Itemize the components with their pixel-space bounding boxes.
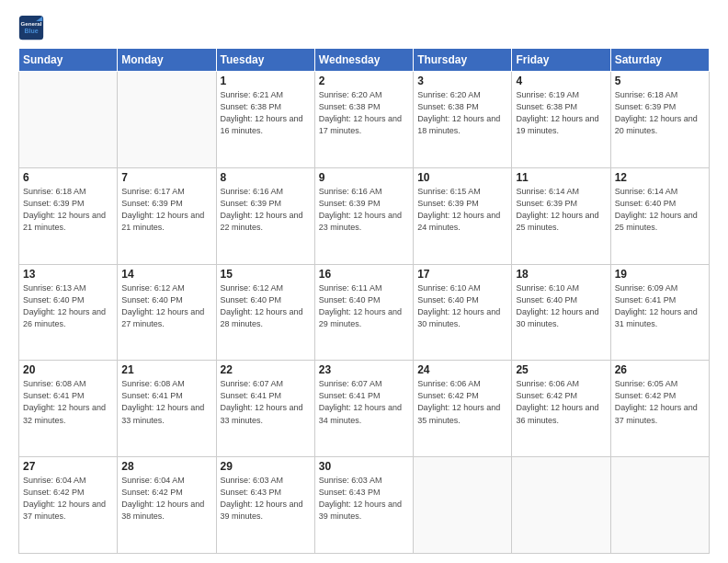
day-number: 20 xyxy=(23,363,113,376)
day-info: Sunrise: 6:03 AM Sunset: 6:43 PM Dayligh… xyxy=(319,475,409,523)
calendar-cell: 22Sunrise: 6:07 AM Sunset: 6:41 PM Dayli… xyxy=(216,361,314,457)
day-number: 30 xyxy=(319,460,409,473)
calendar-cell: 10Sunrise: 6:15 AM Sunset: 6:39 PM Dayli… xyxy=(414,167,512,264)
day-info: Sunrise: 6:16 AM Sunset: 6:39 PM Dayligh… xyxy=(319,186,409,234)
day-number: 29 xyxy=(221,460,311,473)
calendar-cell: 20Sunrise: 6:08 AM Sunset: 6:41 PM Dayli… xyxy=(19,361,118,457)
day-info: Sunrise: 6:21 AM Sunset: 6:38 PM Dayligh… xyxy=(221,89,311,137)
calendar-week-1: 1Sunrise: 6:21 AM Sunset: 6:38 PM Daylig… xyxy=(19,72,710,168)
day-info: Sunrise: 6:10 AM Sunset: 6:40 PM Dayligh… xyxy=(516,282,606,330)
day-number: 23 xyxy=(319,363,409,376)
day-info: Sunrise: 6:03 AM Sunset: 6:43 PM Dayligh… xyxy=(221,475,311,523)
calendar-cell: 14Sunrise: 6:12 AM Sunset: 6:40 PM Dayli… xyxy=(118,264,216,361)
calendar-cell: 18Sunrise: 6:10 AM Sunset: 6:40 PM Dayli… xyxy=(512,264,610,361)
calendar-week-2: 6Sunrise: 6:18 AM Sunset: 6:39 PM Daylig… xyxy=(19,167,710,264)
calendar-cell: 26Sunrise: 6:05 AM Sunset: 6:42 PM Dayli… xyxy=(610,361,709,457)
calendar-cell: 5Sunrise: 6:18 AM Sunset: 6:39 PM Daylig… xyxy=(610,72,709,168)
day-info: Sunrise: 6:06 AM Sunset: 6:42 PM Dayligh… xyxy=(516,378,606,426)
day-number: 13 xyxy=(23,268,113,281)
day-info: Sunrise: 6:04 AM Sunset: 6:42 PM Dayligh… xyxy=(121,475,211,523)
calendar-cell: 23Sunrise: 6:07 AM Sunset: 6:41 PM Dayli… xyxy=(314,361,413,457)
day-info: Sunrise: 6:06 AM Sunset: 6:42 PM Dayligh… xyxy=(417,378,507,426)
day-info: Sunrise: 6:12 AM Sunset: 6:40 PM Dayligh… xyxy=(121,282,211,330)
day-info: Sunrise: 6:19 AM Sunset: 6:38 PM Dayligh… xyxy=(516,89,606,137)
calendar-cell: 1Sunrise: 6:21 AM Sunset: 6:38 PM Daylig… xyxy=(216,72,314,168)
day-number: 26 xyxy=(615,363,705,376)
calendar-cell: 11Sunrise: 6:14 AM Sunset: 6:39 PM Dayli… xyxy=(512,167,610,264)
day-info: Sunrise: 6:18 AM Sunset: 6:39 PM Dayligh… xyxy=(615,89,705,137)
day-number: 17 xyxy=(417,268,507,281)
calendar-cell: 24Sunrise: 6:06 AM Sunset: 6:42 PM Dayli… xyxy=(414,361,512,457)
day-info: Sunrise: 6:05 AM Sunset: 6:42 PM Dayligh… xyxy=(615,378,705,426)
calendar-cell: 17Sunrise: 6:10 AM Sunset: 6:40 PM Dayli… xyxy=(414,264,512,361)
calendar-week-4: 20Sunrise: 6:08 AM Sunset: 6:41 PM Dayli… xyxy=(19,361,710,457)
day-info: Sunrise: 6:18 AM Sunset: 6:39 PM Dayligh… xyxy=(23,186,113,234)
calendar-cell: 16Sunrise: 6:11 AM Sunset: 6:40 PM Dayli… xyxy=(314,264,413,361)
day-number: 16 xyxy=(319,268,409,281)
calendar-cell: 30Sunrise: 6:03 AM Sunset: 6:43 PM Dayli… xyxy=(314,457,413,554)
day-info: Sunrise: 6:08 AM Sunset: 6:41 PM Dayligh… xyxy=(23,378,113,426)
day-number: 18 xyxy=(516,268,606,281)
svg-text:Blue: Blue xyxy=(24,28,38,34)
day-info: Sunrise: 6:17 AM Sunset: 6:39 PM Dayligh… xyxy=(121,186,211,234)
day-number: 21 xyxy=(121,363,211,376)
calendar-cell: 25Sunrise: 6:06 AM Sunset: 6:42 PM Dayli… xyxy=(512,361,610,457)
calendar-cell: 4Sunrise: 6:19 AM Sunset: 6:38 PM Daylig… xyxy=(512,72,610,168)
day-info: Sunrise: 6:10 AM Sunset: 6:40 PM Dayligh… xyxy=(417,282,507,330)
calendar-header-friday: Friday xyxy=(512,49,610,72)
day-number: 27 xyxy=(23,460,113,473)
calendar-cell xyxy=(512,457,610,554)
header: General Blue xyxy=(18,15,710,40)
day-info: Sunrise: 6:04 AM Sunset: 6:42 PM Dayligh… xyxy=(23,475,113,523)
calendar-header-tuesday: Tuesday xyxy=(216,49,314,72)
calendar-cell: 28Sunrise: 6:04 AM Sunset: 6:42 PM Dayli… xyxy=(118,457,216,554)
calendar-header-saturday: Saturday xyxy=(610,49,709,72)
day-number: 8 xyxy=(221,171,311,184)
page: General Blue SundayMondayTuesdayWednesda… xyxy=(0,0,728,563)
day-info: Sunrise: 6:15 AM Sunset: 6:39 PM Dayligh… xyxy=(417,186,507,234)
day-number: 15 xyxy=(221,268,311,281)
logo: General Blue xyxy=(18,15,44,40)
calendar: SundayMondayTuesdayWednesdayThursdayFrid… xyxy=(18,48,710,554)
day-number: 25 xyxy=(516,363,606,376)
day-number: 24 xyxy=(417,363,507,376)
calendar-week-3: 13Sunrise: 6:13 AM Sunset: 6:40 PM Dayli… xyxy=(19,264,710,361)
day-info: Sunrise: 6:14 AM Sunset: 6:39 PM Dayligh… xyxy=(516,186,606,234)
day-info: Sunrise: 6:11 AM Sunset: 6:40 PM Dayligh… xyxy=(319,282,409,330)
day-info: Sunrise: 6:13 AM Sunset: 6:40 PM Dayligh… xyxy=(23,282,113,330)
calendar-cell: 9Sunrise: 6:16 AM Sunset: 6:39 PM Daylig… xyxy=(314,167,413,264)
day-number: 5 xyxy=(615,75,705,87)
logo-icon: General Blue xyxy=(18,15,44,40)
day-number: 1 xyxy=(221,75,311,87)
calendar-cell xyxy=(414,457,512,554)
day-number: 19 xyxy=(615,268,705,281)
calendar-cell: 15Sunrise: 6:12 AM Sunset: 6:40 PM Dayli… xyxy=(216,264,314,361)
calendar-cell xyxy=(118,72,216,168)
day-number: 14 xyxy=(121,268,211,281)
calendar-cell: 7Sunrise: 6:17 AM Sunset: 6:39 PM Daylig… xyxy=(118,167,216,264)
calendar-cell: 3Sunrise: 6:20 AM Sunset: 6:38 PM Daylig… xyxy=(414,72,512,168)
day-number: 11 xyxy=(516,171,606,184)
calendar-header-wednesday: Wednesday xyxy=(314,49,413,72)
calendar-cell: 2Sunrise: 6:20 AM Sunset: 6:38 PM Daylig… xyxy=(314,72,413,168)
day-info: Sunrise: 6:12 AM Sunset: 6:40 PM Dayligh… xyxy=(221,282,311,330)
day-info: Sunrise: 6:16 AM Sunset: 6:39 PM Dayligh… xyxy=(221,186,311,234)
day-number: 3 xyxy=(417,75,507,87)
svg-text:General: General xyxy=(21,20,42,27)
day-info: Sunrise: 6:07 AM Sunset: 6:41 PM Dayligh… xyxy=(319,378,409,426)
day-number: 12 xyxy=(615,171,705,184)
calendar-cell: 8Sunrise: 6:16 AM Sunset: 6:39 PM Daylig… xyxy=(216,167,314,264)
calendar-header-row: SundayMondayTuesdayWednesdayThursdayFrid… xyxy=(19,49,710,72)
calendar-header-monday: Monday xyxy=(118,49,216,72)
calendar-cell: 29Sunrise: 6:03 AM Sunset: 6:43 PM Dayli… xyxy=(216,457,314,554)
calendar-cell: 13Sunrise: 6:13 AM Sunset: 6:40 PM Dayli… xyxy=(19,264,118,361)
day-info: Sunrise: 6:07 AM Sunset: 6:41 PM Dayligh… xyxy=(221,378,311,426)
day-info: Sunrise: 6:20 AM Sunset: 6:38 PM Dayligh… xyxy=(319,89,409,137)
calendar-header-sunday: Sunday xyxy=(19,49,118,72)
day-number: 7 xyxy=(121,171,211,184)
day-number: 9 xyxy=(319,171,409,184)
day-info: Sunrise: 6:20 AM Sunset: 6:38 PM Dayligh… xyxy=(417,89,507,137)
day-number: 6 xyxy=(23,171,113,184)
day-info: Sunrise: 6:08 AM Sunset: 6:41 PM Dayligh… xyxy=(121,378,211,426)
day-number: 2 xyxy=(319,75,409,87)
